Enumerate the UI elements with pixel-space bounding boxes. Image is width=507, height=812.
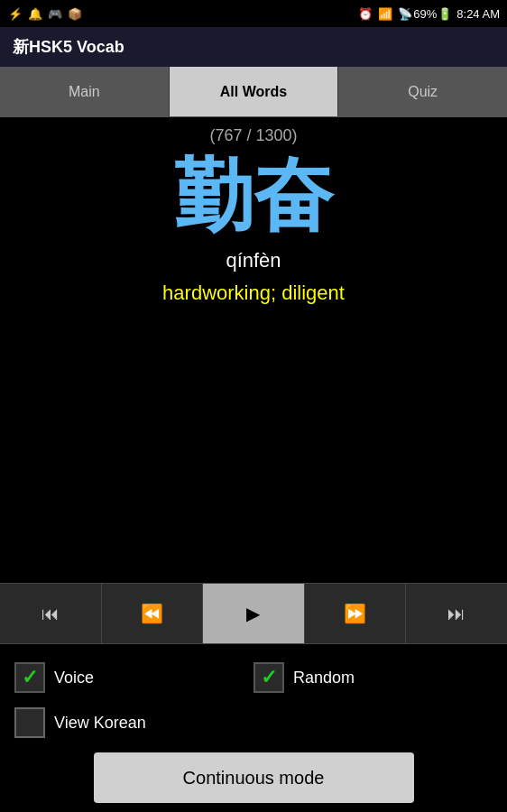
- prev-button[interactable]: ⏪: [102, 584, 204, 643]
- voice-random-row: ✓ Voice ✓ Random: [14, 662, 493, 693]
- play-button[interactable]: ▶: [203, 584, 305, 643]
- tab-bar: Main All Words Quiz: [0, 67, 507, 117]
- app-title: 新HSK5 Vocab: [13, 36, 124, 58]
- next-icon: ⏩: [344, 603, 366, 624]
- chinese-character: 勤奋: [174, 152, 333, 240]
- pinyin-text: qínfèn: [226, 249, 281, 272]
- definition-text: hardworking; diligent: [162, 281, 345, 305]
- wifi-icon: 📶: [377, 5, 393, 22]
- view-korean-label: View Korean: [54, 714, 146, 733]
- tab-main[interactable]: Main: [0, 67, 170, 116]
- main-content: (767 / 1300) 勤奋 qínfèn hardworking; dili…: [0, 117, 507, 583]
- status-bar: ⚡ 🔔 🎮 📦 ⏰ 📶 📡 69% 🔋 8:24 AM: [0, 0, 507, 27]
- time-display: 8:24 AM: [456, 7, 500, 21]
- continuous-mode-label: Continuous mode: [183, 768, 325, 789]
- view-korean-row: View Korean: [14, 707, 493, 738]
- voice-checkmark: ✓: [22, 666, 38, 689]
- usb-icon: ⚡: [7, 5, 23, 22]
- voice-checkbox[interactable]: ✓: [14, 662, 45, 693]
- voice-label: Voice: [54, 669, 94, 687]
- skip-back-button[interactable]: ⏮: [0, 584, 102, 643]
- tab-quiz[interactable]: Quiz: [338, 67, 507, 116]
- random-checkbox[interactable]: ✓: [254, 662, 284, 693]
- random-checkmark: ✓: [261, 666, 277, 689]
- play-icon: ▶: [246, 603, 260, 624]
- view-korean-checkbox[interactable]: [14, 707, 45, 738]
- skip-fwd-icon: ⏭: [447, 604, 466, 624]
- title-bar: 新HSK5 Vocab: [0, 27, 507, 67]
- random-label: Random: [293, 669, 355, 687]
- random-option[interactable]: ✓ Random: [254, 662, 493, 693]
- signal-icon: 📡: [397, 5, 413, 22]
- status-icons-left: ⚡ 🔔 🎮 📦: [7, 5, 83, 22]
- battery-icon: 🔋: [437, 5, 453, 22]
- skip-fwd-button[interactable]: ⏭: [406, 584, 507, 643]
- card-counter: (767 / 1300): [209, 126, 297, 145]
- status-icons-right: ⏰ 📶 📡 69% 🔋 8:24 AM: [357, 5, 500, 22]
- notification-icon: 🔔: [27, 5, 43, 22]
- battery-percent: 69%: [417, 5, 433, 22]
- skip-back-icon: ⏮: [41, 604, 60, 624]
- voice-option[interactable]: ✓ Voice: [14, 662, 254, 693]
- view-korean-option[interactable]: View Korean: [14, 707, 493, 738]
- tab-all-words[interactable]: All Words: [170, 67, 339, 116]
- game-icon: 🎮: [47, 5, 63, 22]
- nav-controls: ⏮ ⏪ ▶ ⏩ ⏭: [0, 583, 507, 644]
- alarm-icon: ⏰: [357, 5, 373, 22]
- continuous-mode-button[interactable]: Continuous mode: [94, 752, 414, 803]
- prev-icon: ⏪: [141, 603, 163, 624]
- package-icon: 📦: [67, 5, 83, 22]
- options-area: ✓ Voice ✓ Random View Korean Continuous …: [0, 644, 507, 812]
- next-button[interactable]: ⏩: [305, 584, 407, 643]
